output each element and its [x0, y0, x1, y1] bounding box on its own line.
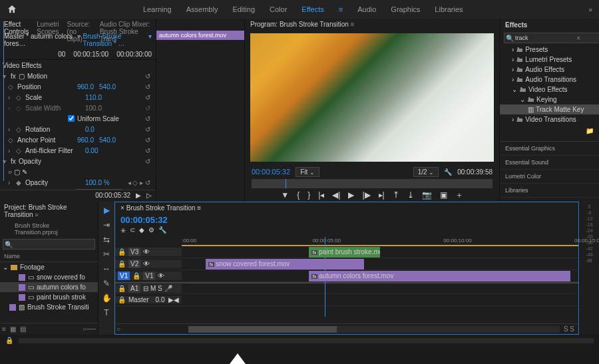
- tab-lumetri-scopes[interactable]: Lumetri Scopes: [33, 19, 63, 31]
- ws-color[interactable]: Color: [270, 5, 287, 13]
- type-icon[interactable]: T: [104, 308, 108, 317]
- status-scrollbar[interactable]: [19, 338, 594, 343]
- lock-icon[interactable]: 🔒: [118, 285, 126, 292]
- ec-out-icon[interactable]: ▷: [146, 192, 152, 200]
- ws-learning[interactable]: Learning: [143, 5, 172, 13]
- ws-effects[interactable]: Effects: [301, 5, 323, 13]
- hand-icon[interactable]: ✋: [102, 293, 112, 303]
- scale-row[interactable]: ›◇Scale110.0↺: [0, 92, 156, 102]
- fx-video-transitions[interactable]: ›Video Transitions: [500, 114, 599, 124]
- v2-target[interactable]: V2: [128, 260, 140, 268]
- selection-tool-icon[interactable]: ▶: [104, 206, 110, 215]
- clip-v3[interactable]: fxpaint brush stroke.mov: [309, 247, 380, 258]
- ripple-edit-icon[interactable]: ⇆: [103, 235, 110, 244]
- program-zoom[interactable]: Fit ⌄: [296, 167, 319, 177]
- program-tc-in[interactable]: 00:00:05:32: [252, 168, 290, 176]
- panel-essential-graphics[interactable]: Essential Graphics: [500, 142, 599, 156]
- clip-autumn[interactable]: ▭autumn colors fo: [0, 282, 98, 292]
- export-frame-icon[interactable]: 📷: [422, 190, 432, 200]
- new-bin-icon[interactable]: 📁: [586, 127, 594, 134]
- linked-sel-icon[interactable]: ⊂: [130, 226, 135, 234]
- seq-brush-stroke[interactable]: ▧Brush Stroke Transiti: [0, 302, 98, 312]
- ec-playhead[interactable]: [3, 21, 4, 181]
- clip-v2[interactable]: fxsnow covered forest.mov: [206, 259, 364, 270]
- ws-menu-icon[interactable]: ≡: [339, 5, 343, 13]
- program-playhead[interactable]: [286, 179, 286, 188]
- goto-out-icon[interactable]: ▸|: [379, 190, 385, 200]
- tab-source[interactable]: Source: (no clips): [63, 19, 96, 31]
- play-icon[interactable]: ▶: [348, 190, 354, 200]
- home-icon[interactable]: [7, 4, 17, 15]
- slip-icon[interactable]: ↔: [102, 264, 110, 273]
- fx-presets[interactable]: ›Presets: [500, 45, 599, 55]
- uniform-scale-row[interactable]: Uniform Scale↺: [0, 113, 156, 124]
- fx-audio-effects[interactable]: ›Audio Effects: [500, 65, 599, 75]
- button-editor-icon[interactable]: ＋: [455, 190, 463, 201]
- lock-icon[interactable]: 🔒: [118, 296, 126, 303]
- opacity-masks[interactable]: ○ ▢ ✎: [0, 166, 156, 177]
- eye-icon[interactable]: 👁: [143, 260, 150, 268]
- status-lock-icon[interactable]: 🔒: [5, 337, 13, 346]
- fx-track-matte-key[interactable]: ▥Track Matte Key: [500, 104, 599, 114]
- icon-view-icon[interactable]: ▦: [10, 325, 16, 333]
- goto-in-icon[interactable]: |◂: [318, 190, 324, 200]
- clip-v1[interactable]: fxautumn colors forest.mov: [309, 271, 570, 281]
- marker-icon[interactable]: ▼: [281, 190, 289, 200]
- ec-play-icon[interactable]: ▶: [136, 192, 141, 200]
- fx-video-effects[interactable]: ⌄Video Effects: [500, 85, 599, 94]
- uniform-scale-checkbox[interactable]: [68, 115, 75, 122]
- ws-libraries[interactable]: Libraries: [435, 5, 463, 13]
- wrench-icon[interactable]: 🔧: [444, 168, 452, 176]
- panel-libraries[interactable]: Libraries: [500, 184, 599, 198]
- ws-audio[interactable]: Audio: [357, 5, 376, 13]
- lock-icon[interactable]: 🔒: [132, 272, 140, 279]
- settings-icon[interactable]: ⚙: [148, 226, 154, 234]
- clip-snow[interactable]: ▭snow covered fo: [0, 272, 98, 282]
- sync-icon[interactable]: S S: [560, 324, 578, 334]
- v1-source[interactable]: V1: [118, 272, 130, 280]
- project-search[interactable]: 🔍: [3, 239, 95, 250]
- motion-row[interactable]: ▾fx▢Motion↺: [0, 71, 156, 81]
- ws-editing[interactable]: Editing: [232, 5, 255, 13]
- program-ruler[interactable]: [252, 179, 493, 188]
- clear-search-icon[interactable]: ×: [576, 35, 580, 42]
- ws-graphics[interactable]: Graphics: [391, 5, 420, 13]
- v1-target[interactable]: V1: [143, 272, 155, 280]
- razor-icon[interactable]: ✂: [103, 250, 110, 259]
- fx-audio-transitions[interactable]: ›Audio Transitions: [500, 75, 599, 85]
- opacity-header[interactable]: ▾fxOpacity↺: [0, 156, 156, 166]
- track-select-icon[interactable]: ⇥: [103, 220, 110, 230]
- tab-audio-mixer[interactable]: Audio Clip Mixer: Brush Stroke Trans: [96, 19, 156, 31]
- program-res[interactable]: 1/2 ⌄: [413, 167, 439, 177]
- extract-icon[interactable]: ⤓: [407, 190, 414, 200]
- antiflicker-row[interactable]: ›◇Anti-flicker Filter0.00↺: [0, 145, 156, 156]
- eye-icon[interactable]: 👁: [143, 248, 150, 256]
- effects-search-input[interactable]: [504, 33, 599, 43]
- wrench-tl-icon[interactable]: 🔧: [158, 226, 166, 234]
- in-icon[interactable]: {: [297, 190, 300, 200]
- position-row[interactable]: ◇Position960.0540.0↺: [0, 81, 156, 92]
- eye-icon[interactable]: 👁: [158, 272, 164, 279]
- timeline-ruler[interactable]: :00:00 00:00:05:00 00:00:10:00 00:00:15:…: [182, 237, 578, 246]
- step-fwd-icon[interactable]: |▶: [362, 190, 370, 200]
- a1-target[interactable]: A1: [128, 284, 140, 293]
- ec-clip-bar[interactable]: autumn colors forest.mov: [156, 31, 244, 40]
- opacity-value-row[interactable]: ›◆Opacity100.0 %◂ ◇ ▸ ↺: [0, 177, 156, 188]
- snap-icon[interactable]: ⚹: [120, 226, 126, 234]
- out-icon[interactable]: }: [307, 190, 310, 200]
- lock-icon[interactable]: 🔒: [118, 260, 126, 268]
- rotation-row[interactable]: ›◇Rotation0.0↺: [0, 124, 156, 134]
- program-monitor[interactable]: [250, 33, 494, 162]
- v3-target[interactable]: V3: [128, 248, 140, 256]
- timeline-timecode[interactable]: 00:00:05:32: [120, 215, 168, 225]
- zoom-slider[interactable]: ○──: [83, 325, 96, 333]
- panel-lumetri-color[interactable]: Lumetri Color: [500, 170, 599, 184]
- overflow-icon[interactable]: »: [588, 6, 592, 13]
- bin-footage[interactable]: ⌄Footage: [0, 262, 98, 272]
- fx-keying[interactable]: ⌄Keying: [500, 94, 599, 104]
- timeline-scrollbar[interactable]: [188, 326, 560, 333]
- panel-essential-sound[interactable]: Essential Sound: [500, 156, 599, 170]
- clip-paint[interactable]: ▭paint brush strok: [0, 292, 98, 302]
- pen-icon[interactable]: ✎: [103, 279, 110, 288]
- lift-icon[interactable]: ⤒: [393, 190, 399, 200]
